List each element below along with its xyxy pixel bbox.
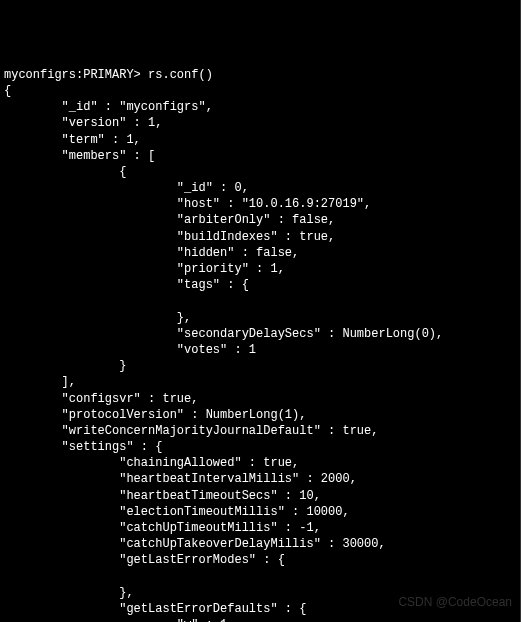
command-text: rs.conf() — [148, 68, 213, 82]
terminal-window[interactable]: myconfigrs:PRIMARY> rs.conf() { "_id" : … — [4, 67, 516, 622]
command-output: { "_id" : "myconfigrs", "version" : 1, "… — [4, 84, 501, 622]
watermark-text: CSDN @CodeOcean — [398, 594, 512, 610]
shell-prompt: myconfigrs:PRIMARY> — [4, 68, 148, 82]
